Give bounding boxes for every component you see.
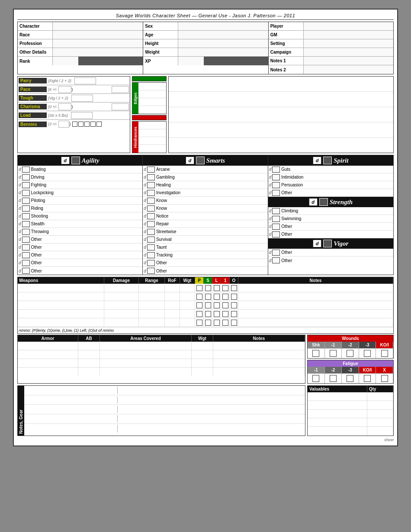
char-input-sex[interactable] [178, 22, 268, 30]
smarts-d-box[interactable] [196, 157, 205, 164]
w3-range[interactable] [139, 301, 165, 309]
skill-dbox-know1[interactable] [147, 198, 155, 204]
w5-s[interactable] [204, 318, 212, 327]
w2-1[interactable] [221, 292, 230, 301]
ng-left-5[interactable] [25, 425, 118, 433]
skill-dbox-ag-other3[interactable] [22, 252, 30, 258]
char-input-campaign[interactable] [303, 48, 393, 56]
a2-notes[interactable] [213, 350, 305, 359]
val-name-3[interactable] [308, 410, 367, 418]
w4-s[interactable] [204, 310, 212, 318]
w5-name[interactable] [18, 318, 104, 327]
a3-name[interactable] [18, 359, 78, 367]
w2-damage[interactable] [104, 292, 139, 301]
a3-wgt[interactable] [192, 359, 213, 367]
skill-dbox-riding[interactable] [22, 205, 30, 212]
blank-line-1[interactable] [169, 77, 393, 92]
a4-areas[interactable] [100, 368, 192, 376]
ng-row-2[interactable] [24, 395, 305, 405]
w3-p[interactable] [195, 301, 204, 309]
w4-wgt[interactable] [180, 310, 195, 318]
ng-row-3[interactable] [24, 405, 305, 414]
w1-damage[interactable] [104, 284, 139, 292]
ng-left-4[interactable] [25, 415, 118, 423]
w1-s[interactable] [204, 284, 212, 292]
w4-1[interactable] [221, 310, 230, 318]
ng-right-1[interactable] [119, 387, 304, 394]
skill-dbox-investigation[interactable] [147, 190, 155, 196]
skill-dbox-vig-other2[interactable] [272, 257, 280, 263]
derived-total-pace[interactable] [112, 86, 129, 93]
w3-wgt[interactable] [180, 301, 195, 309]
ng-row-1[interactable] [24, 386, 305, 395]
skill-dbox-persuasion[interactable] [272, 182, 280, 188]
w1-name[interactable] [18, 284, 104, 292]
skill-dbox-ag-other5[interactable] [22, 268, 30, 274]
wound-check-shk[interactable] [308, 349, 325, 358]
w2-rof[interactable] [165, 292, 180, 301]
val-qty-5[interactable] [367, 427, 393, 436]
char-input-height[interactable] [178, 39, 268, 48]
a3-notes[interactable] [213, 359, 305, 367]
a1-notes[interactable] [213, 342, 305, 350]
wound-check-1[interactable] [325, 349, 342, 358]
w2-name[interactable] [18, 292, 104, 301]
ng-left-1[interactable] [25, 387, 118, 394]
ng-right-2[interactable] [119, 396, 304, 404]
fatigue-check-1[interactable] [308, 374, 325, 383]
edge-line-2[interactable] [138, 90, 166, 98]
char-input-notes2[interactable] [303, 65, 393, 74]
a2-wgt[interactable] [192, 350, 213, 359]
val-qty-4[interactable] [367, 418, 393, 426]
a3-ab[interactable] [78, 359, 100, 367]
char-input-setting[interactable] [303, 39, 393, 48]
spirit-d-box[interactable] [323, 157, 332, 164]
skill-dbox-lockpicking[interactable] [22, 190, 30, 196]
edge-line-4[interactable] [138, 106, 166, 114]
w2-wgt[interactable] [180, 292, 195, 301]
hindrance-line-3[interactable] [138, 137, 166, 145]
derived-input-parry[interactable] [74, 77, 96, 84]
w3-notes[interactable] [238, 301, 393, 309]
w1-l[interactable] [212, 284, 221, 292]
val-qty-2[interactable] [367, 401, 393, 409]
blank-line-5[interactable] [169, 138, 393, 153]
skill-dbox-gambling[interactable] [147, 174, 155, 180]
a1-areas[interactable] [100, 342, 192, 350]
skill-dbox-taunt[interactable] [147, 244, 155, 250]
w5-rof[interactable] [165, 318, 180, 327]
skill-dbox-sm-other1[interactable] [147, 260, 155, 266]
hindrance-line-4[interactable] [138, 145, 166, 153]
wound-check-3[interactable] [359, 349, 376, 358]
fatigue-check-koi[interactable] [359, 374, 376, 383]
ng-right-5[interactable] [119, 425, 304, 433]
w1-wgt[interactable] [180, 284, 195, 292]
val-name-1[interactable] [308, 392, 367, 401]
skill-dbox-healing[interactable] [147, 182, 155, 188]
vigor-d-box[interactable] [323, 240, 332, 247]
derived-input-tough[interactable] [71, 95, 93, 102]
a1-ab[interactable] [78, 342, 100, 350]
wound-check-koi[interactable] [376, 349, 393, 358]
a1-name[interactable] [18, 342, 78, 350]
skill-dbox-arcane[interactable] [147, 167, 155, 173]
a2-name[interactable] [18, 350, 78, 359]
w4-o[interactable] [230, 310, 238, 318]
val-qty-1[interactable] [367, 392, 393, 401]
ng-left-2[interactable] [25, 396, 118, 404]
bennie-box-3[interactable] [84, 122, 90, 127]
w2-p[interactable] [195, 292, 204, 301]
skill-dbox-tracking[interactable] [147, 252, 155, 258]
a2-ab[interactable] [78, 350, 100, 359]
skill-dbox-sp-other[interactable] [272, 190, 280, 196]
a1-wgt[interactable] [192, 342, 213, 350]
edge-line-1[interactable] [138, 83, 166, 90]
bennie-box-4[interactable] [90, 122, 96, 127]
hindrance-line-2[interactable] [138, 129, 166, 137]
w3-damage[interactable] [104, 301, 139, 309]
skill-dbox-vig-other1[interactable] [272, 250, 280, 256]
w4-rof[interactable] [165, 310, 180, 318]
derived-input-load[interactable] [71, 112, 93, 119]
derived-total-charisma[interactable] [112, 103, 129, 110]
skill-dbox-st-other2[interactable] [272, 231, 280, 237]
